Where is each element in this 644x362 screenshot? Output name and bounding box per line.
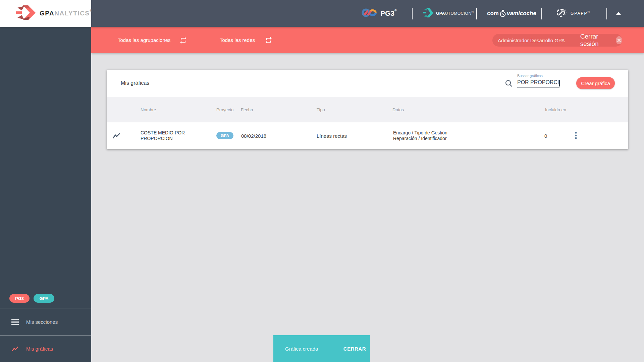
toast-close-button[interactable]: CERRAR [343,346,366,352]
column-header-datos: Datos [392,107,404,112]
swap-networks-icon[interactable] [265,36,273,46]
cell-included-in: 0 [544,133,547,139]
cell-name: COSTE MEDIO POR PROPORCION [141,130,191,141]
comprovamicoche-prefix: com [487,10,499,17]
pg3-logo-icon [362,8,377,19]
user-name: Administrador Desarrollo GPA [498,38,565,43]
page-title: Mis gráficas [121,80,149,86]
pg3-logo[interactable]: PG3® [362,0,397,27]
top-header: GPANALYTICS® PG3® GPAUTOMOCIÓN® [0,0,644,27]
column-header-incluida-en: Incluida en [545,107,566,112]
gpa-analytics-logo-text: GPANALYTICS® [40,10,93,17]
search-input[interactable] [517,79,559,87]
gpapp-logo-icon [556,7,568,20]
search-input-label: Buscar gráficas [517,74,543,78]
comprovamicoche-logo[interactable]: com vamicoche [487,0,536,27]
chart-line-icon [112,133,120,140]
networks-filter-label[interactable]: Todas las redes [220,37,255,43]
cell-date: 08/02/2018 [241,133,266,139]
logout-button[interactable]: Cerrar sesión [580,33,611,48]
column-header-fecha: Fecha [241,107,253,112]
divider [606,8,607,19]
column-header-tipo: Tipo [317,107,325,112]
main-content: Mis gráficas Buscar gráficas Crear gráfi… [91,53,644,362]
sidebar-badge-pg3[interactable]: PG3 [9,294,30,303]
create-chart-button[interactable]: Crear gráfica [576,77,615,89]
filter-bar: Todas las agrupaciones Todas las redes A… [91,27,644,53]
user-session-pill: Administrador Desarrollo GPA Cerrar sesi… [492,34,622,47]
sidebar-item-mis-secciones[interactable]: Mis secciones [0,308,91,335]
panel-header: Mis gráficas Buscar gráficas Crear gráfi… [107,70,628,97]
cell-type: Líneas rectas [317,133,347,139]
table-row[interactable]: COSTE MEDIO POR PROPORCION GPA 08/02/201… [107,122,628,149]
sidebar-item-label: Mis gráficas [26,346,53,352]
divider [476,8,477,19]
row-more-options-icon[interactable] [572,132,580,140]
sidebar-item-label: Mis secciones [26,319,58,325]
swap-groupings-icon[interactable] [179,36,187,46]
search-icon[interactable] [505,79,513,89]
pg3-logo-text: PG3® [380,9,397,17]
charts-panel: Mis gráficas Buscar gráficas Crear gráfi… [107,70,628,149]
clock-icon [499,10,506,17]
divider [412,8,413,19]
chart-line-icon [11,346,19,352]
gpa-analytics-logo[interactable]: GPANALYTICS® [0,0,91,27]
toast-snackbar: Gráfica creada CERRAR [273,335,370,362]
groupings-filter-label[interactable]: Todas las agrupaciones [118,37,171,43]
gpa-analytics-logo-icon [16,5,36,21]
gpautomocion-logo-text: GPAUTOMOCIÓN® [436,11,474,16]
toast-message: Gráfica creada [285,346,318,352]
divider [541,8,542,19]
collapse-header-arrow-icon[interactable] [616,12,621,15]
text-caret [559,80,560,86]
comprovamicoche-suffix: vamicoche [507,10,536,17]
sidebar-badge-gpa[interactable]: GPA [34,294,54,303]
logout-close-icon[interactable] [616,36,622,44]
sidebar-item-mis-graficas[interactable]: Mis gráficas [0,336,91,362]
cell-data: Encargo / Tipo de Gestión Reparación / I… [393,130,453,141]
gpapp-logo-text: GPAPP® [571,11,590,16]
table-header-row: Nombre Proyecto Fecha Tipo Datos Incluid… [107,97,628,122]
gpautomocion-logo-icon [423,8,433,19]
column-header-nombre: Nombre [141,107,156,112]
sidebar: PG3 GPA Mis secciones Mis gráficas [0,27,91,362]
menu-icon [11,319,19,325]
gpautomocion-logo[interactable]: GPAUTOMOCIÓN® [423,0,474,27]
gpapp-logo[interactable]: GPAPP® [556,0,590,27]
column-header-proyecto: Proyecto [216,107,233,112]
cell-project-badge: GPA [216,132,233,139]
